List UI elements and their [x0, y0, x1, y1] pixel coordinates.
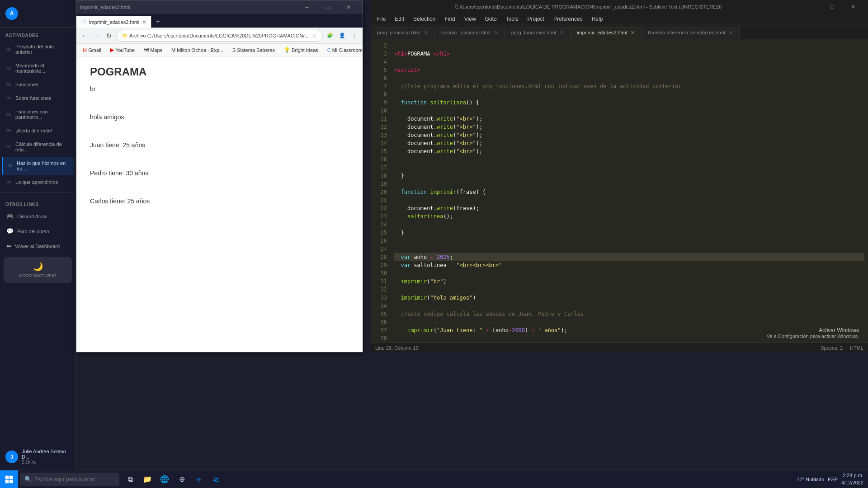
sublime-text-window: C:\Users\escritorio\Documents\LOGICA DE … — [371, 0, 868, 352]
menu-preferences[interactable]: Preferences — [549, 14, 587, 24]
bookmark-saberes[interactable]: S Sistema Saberes — [230, 47, 278, 54]
sidebar-item-07[interactable]: 07 Cálculo diferencia de eda... — [2, 138, 74, 156]
browser-tab-active[interactable]: 📄 imprimir_edades2.html ✕ — [76, 16, 151, 28]
output-carlos: Carlos tiene: 25 años — [90, 197, 349, 205]
new-tab-button[interactable]: + — [151, 16, 164, 28]
sidebar-item-03[interactable]: 03 Funciones — [2, 78, 74, 91]
sublime-minimize[interactable]: – — [801, 0, 822, 14]
menu-project[interactable]: Project — [523, 14, 549, 24]
menu-find[interactable]: Find — [440, 14, 459, 24]
bookmark-label: Mi Classroom - Login — [332, 47, 363, 53]
maximize-button[interactable]: □ — [317, 0, 338, 14]
bookmark-youtube[interactable]: ▶ YouTube — [108, 46, 137, 54]
refresh-button[interactable]: ↻ — [104, 30, 113, 42]
sidebar-item-label: Discord Alura — [17, 214, 47, 219]
maps-icon: 🗺 — [144, 47, 149, 53]
bookmark-maps[interactable]: 🗺 Maps — [141, 47, 165, 54]
minimize-button[interactable]: – — [297, 0, 317, 14]
tab-label: Nuestra diferencia de edad es.html — [648, 30, 725, 35]
sublime-tab-prog-dinamico[interactable]: prog_dinamico.html ✕ — [371, 26, 435, 39]
tab-close[interactable]: ✕ — [631, 30, 635, 36]
sidebar-item-08[interactable]: 08 Haz lo que hicimos en au... — [2, 157, 74, 175]
sidebar-user: J Julie Andrea Solano D... 2.1k xp — [0, 443, 75, 470]
sidebar-item-02[interactable]: 02 Mejorando el mantenimie... — [2, 59, 74, 77]
menu-button[interactable]: ⋮ — [349, 30, 359, 42]
tab-label: imprimir_edades2.html — [89, 19, 139, 25]
output-juan: Juan tiene: 25 años — [90, 141, 349, 149]
user-info: Julie Andrea Solano D... 2.1k xp — [22, 449, 70, 465]
sidebar-item-dashboard[interactable]: ⬅ Volver al Dashboard — [2, 239, 74, 253]
sublime-tabs: prog_dinamico.html ✕ calculo_consumo.htm… — [371, 24, 868, 39]
sublime-tab-diferencia[interactable]: Nuestra diferencia de edad es.html ✕ — [642, 26, 740, 39]
tab-label: prog_dinamico.html — [377, 30, 420, 35]
lock-icon: 📁 — [122, 33, 127, 38]
bookmark-gmail[interactable]: M Gmail — [80, 47, 104, 54]
activities-section-title: ACTIVIDADES — [0, 28, 75, 40]
tab-label: imprimir_edades2.html — [577, 30, 627, 35]
other-links-section-title: OTROS LINKS — [0, 197, 75, 209]
back-button[interactable]: ← — [80, 30, 90, 42]
sidebar-item-06[interactable]: 06 ¡Alerta diferente! — [2, 124, 74, 137]
sublime-tab-funciones[interactable]: prog_funciones.html ✕ — [505, 26, 571, 39]
alura-logo-icon: A — [5, 7, 18, 20]
browser-window: imprimir_edades2.html – □ ✕ 📄 imprimir_e… — [76, 0, 363, 352]
profile-button[interactable]: 👤 — [338, 30, 347, 42]
tab-close[interactable]: ✕ — [729, 30, 733, 36]
dashboard-icon: ⬅ — [6, 243, 11, 249]
saberes-icon: S — [232, 47, 236, 53]
sublime-tab-calculo[interactable]: calculo_consumo.html ✕ — [435, 26, 505, 39]
tab-close-button[interactable]: ✕ — [142, 19, 146, 25]
statusbar-position: Line 28, Column 19 — [375, 345, 418, 351]
close-button[interactable]: ✕ — [338, 0, 359, 14]
bookmark-milton[interactable]: M Milton Ochoa - Exp... — [169, 47, 226, 54]
menu-file[interactable]: File — [373, 14, 390, 24]
bookmark-label: Sistema Saberes — [237, 47, 275, 53]
alura-sidebar: A ACTIVIDADES 01 Proyecto del aula anter… — [0, 0, 76, 470]
menu-edit[interactable]: Edit — [390, 14, 409, 24]
bookmark-bright[interactable]: 💡 Bright Ideas — [281, 46, 321, 54]
menu-help[interactable]: Help — [587, 14, 608, 24]
sidebar-item-forum[interactable]: 💬 Foro del curso — [2, 224, 74, 238]
night-mode-label: MODO NOCTURNO — [19, 273, 57, 278]
menu-view[interactable]: View — [460, 14, 481, 24]
item-num: 02 — [6, 66, 11, 70]
item-num: 03 — [6, 82, 11, 87]
sidebar-item-label: Funciones con parámetro... — [15, 109, 69, 120]
browser-title-text: imprimir_edades2.html — [80, 5, 130, 10]
classroom-icon: C — [327, 47, 331, 53]
user-name: Julie Andrea Solano D... — [22, 449, 70, 460]
tab-close[interactable]: ✕ — [560, 30, 564, 36]
item-num: 05 — [6, 112, 11, 117]
code-editor[interactable]: <h1>POGRAMA </h1><script> //Este program… — [391, 39, 868, 343]
sidebar-item-04[interactable]: 04 Sobre funciones — [2, 92, 74, 104]
statusbar-right: Spaces: 2 HTML — [821, 345, 863, 351]
bookmark-label: Gmail — [88, 47, 101, 53]
sidebar-item-09[interactable]: 09 Lo que aprendimos — [2, 176, 74, 188]
sidebar-divider — [0, 192, 75, 193]
sidebar-item-01[interactable]: 01 Proyecto del aula anterior — [2, 40, 74, 58]
item-num: 04 — [6, 96, 11, 100]
menu-selection[interactable]: Selection — [409, 14, 440, 24]
output-br: br — [90, 85, 349, 93]
menu-tools[interactable]: Tools — [501, 14, 523, 24]
sublime-title-text: C:\Users\escritorio\Documents\LOGICA DE … — [375, 4, 801, 9]
menu-goto[interactable]: Goto — [481, 14, 501, 24]
bookmark-star-icon[interactable]: ☆ — [311, 32, 317, 39]
sidebar-item-05[interactable]: 05 Funciones con parámetro... — [2, 105, 74, 123]
sublime-maximize[interactable]: □ — [822, 0, 843, 14]
tab-close[interactable]: ✕ — [424, 30, 428, 36]
sidebar-item-discord[interactable]: 🎮 Discord Alura — [2, 209, 74, 223]
milton-icon: M — [171, 47, 175, 53]
forward-button[interactable]: → — [92, 30, 102, 42]
tab-close[interactable]: ✕ — [494, 30, 498, 36]
user-avatar: J — [5, 450, 18, 463]
extensions-button[interactable]: 🧩 — [326, 30, 335, 42]
user-xp: 2.1k xp — [22, 460, 70, 465]
sublime-close[interactable]: ✕ — [843, 0, 863, 14]
sublime-titlebar: C:\Users\escritorio\Documents\LOGICA DE … — [371, 0, 868, 14]
sublime-tab-imprimir-edades[interactable]: imprimir_edades2.html ✕ — [571, 26, 642, 39]
bookmark-classroom[interactable]: C Mi Classroom - Login — [325, 47, 363, 54]
night-mode-button[interactable]: 🌙 MODO NOCTURNO — [4, 257, 72, 283]
address-bar[interactable]: 📁 Archivo C:/Users/escritorio/Documents/… — [116, 30, 323, 42]
forum-icon: 💬 — [6, 228, 14, 235]
